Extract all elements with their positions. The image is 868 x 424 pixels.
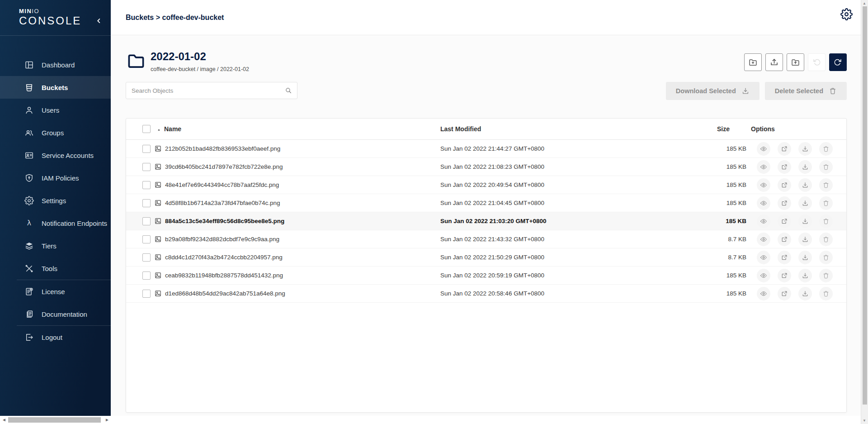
object-name: ceab9832b11948bfb2887578dd451432.png — [165, 272, 283, 279]
search-input[interactable] — [126, 82, 297, 99]
preview-object-button[interactable] — [757, 287, 770, 300]
row-checkbox[interactable] — [142, 253, 151, 262]
object-last-modified: Sun Jan 02 2022 21:03:20 GMT+0800 — [440, 218, 669, 224]
sidebar-item-label: Buckets — [42, 84, 68, 91]
preview-object-button[interactable] — [757, 233, 770, 246]
download-icon — [802, 236, 809, 243]
share-object-button[interactable] — [778, 196, 791, 210]
preview-object-button[interactable] — [757, 142, 770, 156]
vertical-scrollbar[interactable]: ▲ ▼ — [861, 0, 868, 424]
table-row[interactable]: ceab9832b11948bfb2887578dd451432.png Sun… — [126, 267, 846, 285]
delete-object-button[interactable] — [819, 196, 833, 210]
sidebar-item-buckets[interactable]: Buckets — [0, 76, 111, 99]
image-file-icon — [154, 253, 162, 261]
table-row[interactable]: b29a08fbf92342d882dcbdf7e9c9c9aa.png Sun… — [126, 230, 846, 248]
service-accounts-icon — [24, 151, 34, 160]
scroll-up-arrow-icon[interactable]: ▲ — [863, 1, 866, 5]
row-checkbox[interactable] — [142, 145, 151, 153]
horizontal-scrollbar[interactable]: ◄ ► — [0, 416, 861, 424]
share-object-button[interactable] — [778, 287, 791, 300]
table-row[interactable]: 48e41ef7e69c443494cc78b7aaf25fdc.png Sun… — [126, 176, 846, 194]
share-object-button[interactable] — [778, 178, 791, 192]
preview-object-button[interactable] — [757, 196, 770, 210]
delete-object-button[interactable] — [819, 214, 833, 228]
tiers-icon — [24, 241, 34, 251]
scroll-right-arrow-icon[interactable]: ► — [105, 417, 109, 423]
table-row[interactable]: c8dd4c1d270f43a2b4724ccbb2204957.png Sun… — [126, 248, 846, 267]
download-icon — [802, 290, 809, 297]
row-checkbox[interactable] — [142, 181, 151, 189]
row-checkbox[interactable] — [142, 235, 151, 243]
sidebar-item-tools[interactable]: Tools — [0, 257, 111, 280]
scroll-down-arrow-icon[interactable]: ▼ — [863, 419, 866, 423]
download-object-button[interactable] — [798, 233, 812, 246]
row-checkbox[interactable] — [142, 163, 151, 171]
preview-object-button[interactable] — [757, 160, 770, 174]
download-selected-button[interactable]: Download Selected — [666, 82, 760, 100]
settings-gear-button[interactable] — [837, 5, 855, 23]
table-row[interactable]: 39cd6b405bc241d7897e782fcb722e8e.png Sun… — [126, 158, 846, 176]
delete-object-button[interactable] — [819, 269, 833, 282]
sidebar-item-dashboard[interactable]: Dashboard — [0, 53, 111, 76]
table-header: Name Last Modified Size Options — [126, 119, 846, 140]
preview-object-button[interactable] — [757, 251, 770, 264]
rewind-button[interactable] — [808, 53, 826, 71]
horizontal-scrollbar-thumb[interactable] — [8, 417, 101, 423]
preview-object-button[interactable] — [757, 178, 770, 192]
column-name[interactable]: Name — [154, 125, 440, 133]
preview-object-button[interactable] — [757, 214, 770, 228]
sidebar-item-users[interactable]: Users — [0, 99, 111, 121]
sidebar-item-license[interactable]: License — [0, 280, 111, 303]
brand-product: CONSOLE — [19, 15, 81, 26]
select-all-checkbox[interactable] — [142, 125, 151, 133]
row-checkbox[interactable] — [142, 272, 151, 280]
delete-selected-button[interactable]: Delete Selected — [765, 82, 847, 100]
breadcrumb[interactable]: Buckets > coffee-dev-bucket — [126, 14, 224, 22]
row-checkbox[interactable] — [142, 217, 151, 225]
share-object-button[interactable] — [778, 233, 791, 246]
row-checkbox[interactable] — [142, 199, 151, 207]
sidebar-item-settings[interactable]: Settings — [0, 189, 111, 212]
table-row[interactable]: 4d58f8b1b6714a23a73fd47bfae0b74c.png Sun… — [126, 194, 846, 212]
delete-object-button[interactable] — [819, 142, 833, 156]
table-row[interactable]: d1ed868d48b54dd29ac842ab751a64e8.png Sun… — [126, 285, 846, 303]
download-object-button[interactable] — [798, 196, 812, 210]
upload-file-button[interactable] — [765, 53, 783, 71]
table-row[interactable]: 212b052b1bad482fb8369533ebf0aeef.png Sun… — [126, 140, 846, 158]
sidebar-item-iam-policies[interactable]: IAM Policies — [0, 167, 111, 189]
object-last-modified: Sun Jan 02 2022 21:43:32 GMT+0800 — [440, 236, 669, 243]
delete-object-button[interactable] — [819, 160, 833, 174]
share-object-button[interactable] — [778, 251, 791, 264]
preview-object-button[interactable] — [757, 269, 770, 282]
download-object-button[interactable] — [798, 269, 812, 282]
share-object-button[interactable] — [778, 160, 791, 174]
upload-folder-button[interactable] — [787, 53, 804, 71]
share-object-button[interactable] — [778, 269, 791, 282]
share-object-button[interactable] — [778, 214, 791, 228]
sidebar-item-service-accounts[interactable]: Service Accounts — [0, 144, 111, 167]
sidebar-item-notification-endpoints[interactable]: Notification Endpoints — [0, 212, 111, 234]
share-object-button[interactable] — [778, 142, 791, 156]
download-object-button[interactable] — [798, 178, 812, 192]
sidebar-collapse-button[interactable] — [94, 15, 104, 26]
create-path-button[interactable] — [744, 53, 762, 71]
vertical-scrollbar-thumb[interactable] — [863, 6, 867, 405]
table-row[interactable]: 884a5c13c5e34eff89c56d8c95bee8e5.png Sun… — [126, 212, 846, 230]
sidebar-item-logout[interactable]: Logout — [0, 326, 111, 348]
delete-object-button[interactable] — [819, 287, 833, 300]
delete-object-button[interactable] — [819, 233, 833, 246]
sidebar-item-tiers[interactable]: Tiers — [0, 234, 111, 257]
download-object-button[interactable] — [798, 214, 812, 228]
download-object-button[interactable] — [798, 142, 812, 156]
row-checkbox[interactable] — [142, 290, 151, 298]
download-object-button[interactable] — [798, 160, 812, 174]
download-object-button[interactable] — [798, 287, 812, 300]
delete-object-button[interactable] — [819, 251, 833, 264]
sidebar-item-groups[interactable]: Groups — [0, 121, 111, 144]
scroll-left-arrow-icon[interactable]: ◄ — [2, 417, 6, 423]
upload-icon — [769, 57, 779, 67]
refresh-button[interactable] — [829, 53, 847, 71]
sidebar-item-documentation[interactable]: Documentation — [0, 303, 111, 325]
download-object-button[interactable] — [798, 251, 812, 264]
delete-object-button[interactable] — [819, 178, 833, 192]
